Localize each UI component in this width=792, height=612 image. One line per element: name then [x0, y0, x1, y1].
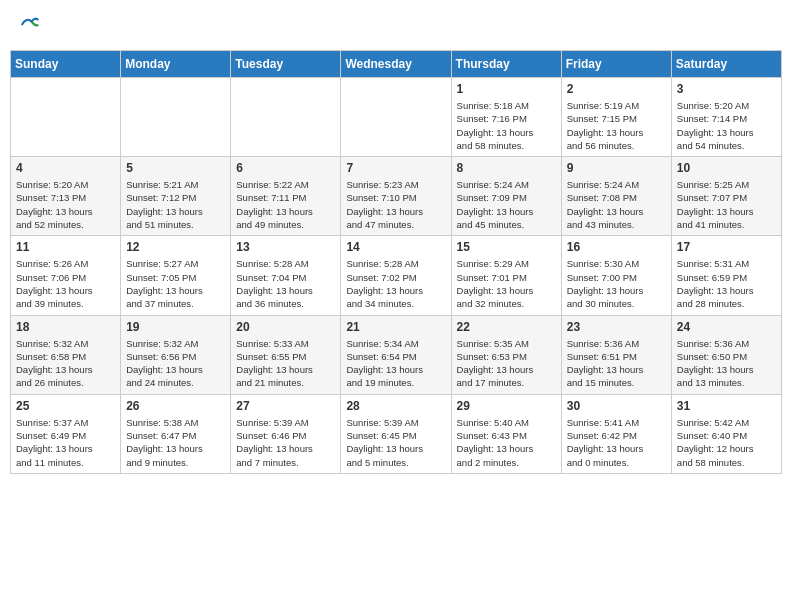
- calendar-cell: 1Sunrise: 5:18 AM Sunset: 7:16 PM Daylig…: [451, 78, 561, 157]
- day-info: Sunrise: 5:20 AM Sunset: 7:14 PM Dayligh…: [677, 99, 776, 152]
- calendar-cell: 22Sunrise: 5:35 AM Sunset: 6:53 PM Dayli…: [451, 315, 561, 394]
- calendar-cell: 8Sunrise: 5:24 AM Sunset: 7:09 PM Daylig…: [451, 157, 561, 236]
- day-number: 7: [346, 161, 445, 175]
- day-header-wednesday: Wednesday: [341, 51, 451, 78]
- calendar-cell: 21Sunrise: 5:34 AM Sunset: 6:54 PM Dayli…: [341, 315, 451, 394]
- day-info: Sunrise: 5:28 AM Sunset: 7:02 PM Dayligh…: [346, 257, 445, 310]
- calendar-week-4: 18Sunrise: 5:32 AM Sunset: 6:58 PM Dayli…: [11, 315, 782, 394]
- day-info: Sunrise: 5:36 AM Sunset: 6:50 PM Dayligh…: [677, 337, 776, 390]
- day-info: Sunrise: 5:27 AM Sunset: 7:05 PM Dayligh…: [126, 257, 225, 310]
- calendar-cell: 9Sunrise: 5:24 AM Sunset: 7:08 PM Daylig…: [561, 157, 671, 236]
- day-number: 28: [346, 399, 445, 413]
- day-number: 2: [567, 82, 666, 96]
- day-info: Sunrise: 5:26 AM Sunset: 7:06 PM Dayligh…: [16, 257, 115, 310]
- day-info: Sunrise: 5:28 AM Sunset: 7:04 PM Dayligh…: [236, 257, 335, 310]
- logo-icon: [20, 15, 40, 35]
- calendar-cell: [121, 78, 231, 157]
- calendar-cell: 23Sunrise: 5:36 AM Sunset: 6:51 PM Dayli…: [561, 315, 671, 394]
- calendar-cell: 31Sunrise: 5:42 AM Sunset: 6:40 PM Dayli…: [671, 394, 781, 473]
- day-info: Sunrise: 5:39 AM Sunset: 6:46 PM Dayligh…: [236, 416, 335, 469]
- calendar-cell: 12Sunrise: 5:27 AM Sunset: 7:05 PM Dayli…: [121, 236, 231, 315]
- day-info: Sunrise: 5:33 AM Sunset: 6:55 PM Dayligh…: [236, 337, 335, 390]
- calendar-cell: 24Sunrise: 5:36 AM Sunset: 6:50 PM Dayli…: [671, 315, 781, 394]
- calendar-cell: [231, 78, 341, 157]
- calendar-cell: 10Sunrise: 5:25 AM Sunset: 7:07 PM Dayli…: [671, 157, 781, 236]
- calendar-cell: [11, 78, 121, 157]
- day-number: 3: [677, 82, 776, 96]
- day-info: Sunrise: 5:39 AM Sunset: 6:45 PM Dayligh…: [346, 416, 445, 469]
- calendar-cell: 27Sunrise: 5:39 AM Sunset: 6:46 PM Dayli…: [231, 394, 341, 473]
- day-info: Sunrise: 5:38 AM Sunset: 6:47 PM Dayligh…: [126, 416, 225, 469]
- day-number: 30: [567, 399, 666, 413]
- day-number: 17: [677, 240, 776, 254]
- logo: [20, 15, 43, 35]
- calendar-cell: 11Sunrise: 5:26 AM Sunset: 7:06 PM Dayli…: [11, 236, 121, 315]
- calendar-cell: 16Sunrise: 5:30 AM Sunset: 7:00 PM Dayli…: [561, 236, 671, 315]
- day-info: Sunrise: 5:23 AM Sunset: 7:10 PM Dayligh…: [346, 178, 445, 231]
- calendar-cell: 13Sunrise: 5:28 AM Sunset: 7:04 PM Dayli…: [231, 236, 341, 315]
- day-number: 1: [457, 82, 556, 96]
- day-number: 14: [346, 240, 445, 254]
- day-number: 9: [567, 161, 666, 175]
- day-info: Sunrise: 5:35 AM Sunset: 6:53 PM Dayligh…: [457, 337, 556, 390]
- day-info: Sunrise: 5:20 AM Sunset: 7:13 PM Dayligh…: [16, 178, 115, 231]
- calendar-cell: 26Sunrise: 5:38 AM Sunset: 6:47 PM Dayli…: [121, 394, 231, 473]
- day-number: 5: [126, 161, 225, 175]
- day-number: 26: [126, 399, 225, 413]
- day-info: Sunrise: 5:22 AM Sunset: 7:11 PM Dayligh…: [236, 178, 335, 231]
- day-info: Sunrise: 5:24 AM Sunset: 7:08 PM Dayligh…: [567, 178, 666, 231]
- calendar-cell: 3Sunrise: 5:20 AM Sunset: 7:14 PM Daylig…: [671, 78, 781, 157]
- day-header-sunday: Sunday: [11, 51, 121, 78]
- day-info: Sunrise: 5:19 AM Sunset: 7:15 PM Dayligh…: [567, 99, 666, 152]
- calendar-cell: 19Sunrise: 5:32 AM Sunset: 6:56 PM Dayli…: [121, 315, 231, 394]
- day-header-friday: Friday: [561, 51, 671, 78]
- calendar-cell: 20Sunrise: 5:33 AM Sunset: 6:55 PM Dayli…: [231, 315, 341, 394]
- day-number: 8: [457, 161, 556, 175]
- day-info: Sunrise: 5:21 AM Sunset: 7:12 PM Dayligh…: [126, 178, 225, 231]
- day-header-tuesday: Tuesday: [231, 51, 341, 78]
- day-number: 23: [567, 320, 666, 334]
- day-number: 22: [457, 320, 556, 334]
- calendar-cell: 15Sunrise: 5:29 AM Sunset: 7:01 PM Dayli…: [451, 236, 561, 315]
- day-header-thursday: Thursday: [451, 51, 561, 78]
- day-header-monday: Monday: [121, 51, 231, 78]
- day-info: Sunrise: 5:37 AM Sunset: 6:49 PM Dayligh…: [16, 416, 115, 469]
- day-number: 24: [677, 320, 776, 334]
- calendar-cell: 25Sunrise: 5:37 AM Sunset: 6:49 PM Dayli…: [11, 394, 121, 473]
- calendar-table: SundayMondayTuesdayWednesdayThursdayFrid…: [10, 50, 782, 474]
- calendar-cell: 7Sunrise: 5:23 AM Sunset: 7:10 PM Daylig…: [341, 157, 451, 236]
- day-number: 4: [16, 161, 115, 175]
- day-number: 27: [236, 399, 335, 413]
- day-number: 21: [346, 320, 445, 334]
- day-number: 25: [16, 399, 115, 413]
- day-info: Sunrise: 5:29 AM Sunset: 7:01 PM Dayligh…: [457, 257, 556, 310]
- day-info: Sunrise: 5:36 AM Sunset: 6:51 PM Dayligh…: [567, 337, 666, 390]
- calendar-cell: 30Sunrise: 5:41 AM Sunset: 6:42 PM Dayli…: [561, 394, 671, 473]
- day-info: Sunrise: 5:32 AM Sunset: 6:58 PM Dayligh…: [16, 337, 115, 390]
- day-number: 18: [16, 320, 115, 334]
- day-info: Sunrise: 5:31 AM Sunset: 6:59 PM Dayligh…: [677, 257, 776, 310]
- calendar-cell: 28Sunrise: 5:39 AM Sunset: 6:45 PM Dayli…: [341, 394, 451, 473]
- calendar-week-1: 1Sunrise: 5:18 AM Sunset: 7:16 PM Daylig…: [11, 78, 782, 157]
- calendar-cell: 18Sunrise: 5:32 AM Sunset: 6:58 PM Dayli…: [11, 315, 121, 394]
- calendar-cell: 6Sunrise: 5:22 AM Sunset: 7:11 PM Daylig…: [231, 157, 341, 236]
- day-number: 15: [457, 240, 556, 254]
- calendar-header-row: SundayMondayTuesdayWednesdayThursdayFrid…: [11, 51, 782, 78]
- day-header-saturday: Saturday: [671, 51, 781, 78]
- day-number: 20: [236, 320, 335, 334]
- calendar-cell: 4Sunrise: 5:20 AM Sunset: 7:13 PM Daylig…: [11, 157, 121, 236]
- day-info: Sunrise: 5:18 AM Sunset: 7:16 PM Dayligh…: [457, 99, 556, 152]
- calendar-week-5: 25Sunrise: 5:37 AM Sunset: 6:49 PM Dayli…: [11, 394, 782, 473]
- calendar-week-2: 4Sunrise: 5:20 AM Sunset: 7:13 PM Daylig…: [11, 157, 782, 236]
- day-info: Sunrise: 5:24 AM Sunset: 7:09 PM Dayligh…: [457, 178, 556, 231]
- day-info: Sunrise: 5:40 AM Sunset: 6:43 PM Dayligh…: [457, 416, 556, 469]
- calendar-cell: 17Sunrise: 5:31 AM Sunset: 6:59 PM Dayli…: [671, 236, 781, 315]
- day-info: Sunrise: 5:41 AM Sunset: 6:42 PM Dayligh…: [567, 416, 666, 469]
- day-number: 29: [457, 399, 556, 413]
- day-info: Sunrise: 5:30 AM Sunset: 7:00 PM Dayligh…: [567, 257, 666, 310]
- day-number: 19: [126, 320, 225, 334]
- day-number: 16: [567, 240, 666, 254]
- page-header: [10, 10, 782, 40]
- day-number: 12: [126, 240, 225, 254]
- day-number: 10: [677, 161, 776, 175]
